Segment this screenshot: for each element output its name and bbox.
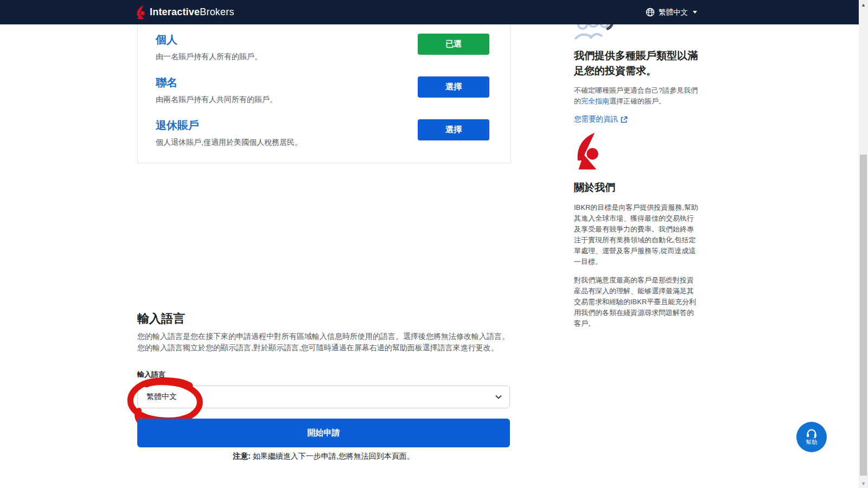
scrollbar-thumb[interactable] <box>860 155 867 476</box>
brand-wordmark: InteractiveBrokers <box>150 7 234 18</box>
brand-regular: Brokers <box>200 7 234 17</box>
ibkr-brand-logo <box>574 133 601 171</box>
ibkr-flame-icon <box>136 5 146 20</box>
page-scrollbar[interactable]: ▲ ▼ <box>859 0 868 488</box>
note-bold-prefix: 注意: <box>233 452 251 460</box>
language-selector[interactable]: 繁體中文 <box>646 0 697 24</box>
sidebar-heading: 我們提供多種賬戶類型以滿足您的投資需求。 <box>574 48 700 79</box>
info-you-need-link[interactable]: 您需要的資訊 <box>574 114 700 124</box>
account-type-card: 個人 由一名賬戶持有人所有的賬戶。 已選 聯名 由兩名賬戶持有人共同所有的賬戶。… <box>137 24 511 163</box>
select-button-joint[interactable]: 選擇 <box>418 76 489 98</box>
input-language-label: 輸入語言 <box>137 370 165 380</box>
selected-language-value: 繁體中文 <box>146 392 177 402</box>
account-option-desc-individual: 由一名賬戶持有人所有的賬戶。 <box>156 52 262 62</box>
info-link-label: 您需要的資訊 <box>574 114 618 124</box>
input-language-select[interactable]: 繁體中文 <box>137 386 510 408</box>
intro-text-after: 選擇正確的賬戶。 <box>609 97 666 105</box>
selected-button-individual[interactable]: 已選 <box>418 34 489 55</box>
account-types-illustration <box>574 24 700 40</box>
language-label: 繁體中文 <box>659 8 688 17</box>
application-note: 注意: 如果繼續進入下一步申請,您將無法回到本頁面。 <box>137 452 510 461</box>
info-sidebar: 我們提供多種賬戶類型以滿足您的投資需求。 不確定哪種賬戶更適合自己?請參見我們的… <box>574 24 700 337</box>
help-label: 幫助 <box>806 439 818 446</box>
about-paragraph-2: 對我們滿意度最高的客戶是那些對投資産品有深入的理解、能够選擇最滿足其交易需求和經… <box>574 275 700 329</box>
chevron-down-icon <box>693 11 697 14</box>
scroll-up-arrow[interactable]: ▲ <box>859 0 868 9</box>
about-paragraph-1: IBKR的目標是向客戶提供投資服務,幫助其進入全球市場、獲得最佳的交易執行及享受… <box>574 202 700 267</box>
globe-icon <box>646 8 655 17</box>
account-option-title-joint[interactable]: 聯名 <box>156 75 177 90</box>
note-text: 如果繼續進入下一步申請,您將無法回到本頁面。 <box>251 452 414 460</box>
start-application-button[interactable]: 開始申請 <box>137 419 510 447</box>
external-link-icon <box>621 116 628 123</box>
chevron-down-icon <box>495 395 502 399</box>
brand-bold: Interactive <box>150 7 200 17</box>
account-option-desc-joint: 由兩名賬戶持有人共同所有的賬戶。 <box>156 95 277 105</box>
full-guide-link[interactable]: 完全指南 <box>581 97 609 105</box>
select-button-retirement[interactable]: 選擇 <box>418 119 489 140</box>
brand-logo[interactable]: InteractiveBrokers <box>136 0 234 24</box>
account-option-title-retirement[interactable]: 退休賬戶 <box>156 118 199 133</box>
input-language-description: 您的輸入語言是您在接下來的申請過程中對所有區域輸入信息時所使用的語言。選擇後您將… <box>137 331 513 354</box>
people-group-icon <box>574 24 616 40</box>
input-language-heading: 輸入語言 <box>137 311 185 327</box>
scroll-down-arrow[interactable]: ▼ <box>859 479 868 488</box>
sidebar-intro-text: 不確定哪種賬戶更適合自己?請參見我們的完全指南選擇正確的賬戶。 <box>574 85 700 107</box>
about-us-heading: 關於我們 <box>574 181 700 195</box>
top-navbar: InteractiveBrokers 繁體中文 <box>0 0 859 24</box>
help-button[interactable]: 幫助 <box>796 422 827 452</box>
account-option-title-individual[interactable]: 個人 <box>156 33 177 47</box>
headset-icon <box>806 428 818 438</box>
account-option-desc-retirement: 個人退休賬戶,僅適用於美國個人稅務居民。 <box>156 138 302 147</box>
